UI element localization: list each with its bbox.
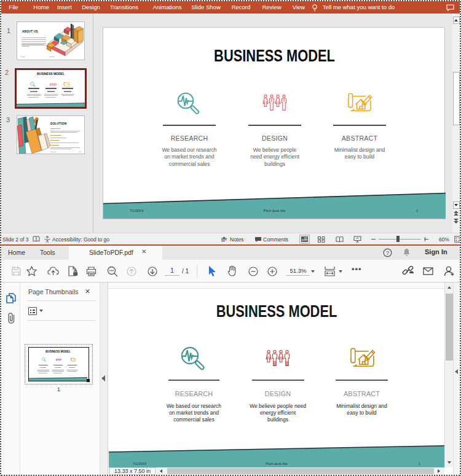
svg-text:?: ?	[386, 250, 389, 256]
